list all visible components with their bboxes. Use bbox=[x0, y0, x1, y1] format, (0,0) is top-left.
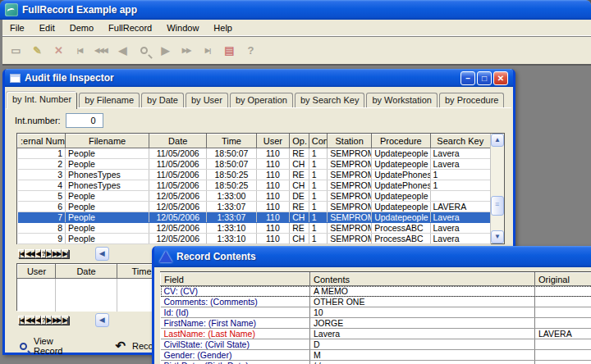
prior-record-icon[interactable]: ◀ bbox=[112, 40, 133, 61]
nav-last-button[interactable]: ▶| bbox=[62, 249, 68, 258]
column-header[interactable]: Con bbox=[309, 134, 327, 148]
help-icon[interactable]: ? bbox=[240, 40, 261, 61]
tab-by-operation[interactable]: by Operation bbox=[230, 93, 293, 107]
record-row[interactable]: Comments: (Comments)OTHER ONE bbox=[161, 297, 591, 307]
menu-item-edit[interactable]: Edit bbox=[32, 21, 62, 34]
cell-time: 1:33:07 bbox=[207, 212, 256, 223]
column-header[interactable]: Date bbox=[149, 134, 207, 148]
record-row[interactable]: Gender: (Gender)M bbox=[161, 350, 591, 361]
audit-titlebar[interactable]: Audit file Inspector – □ ✕ bbox=[5, 69, 513, 87]
scroll-left-icon[interactable]: ◀ bbox=[95, 247, 109, 261]
record-row[interactable]: CV: (CV)A MEMO bbox=[161, 286, 591, 297]
audit-row[interactable]: 1People11/05/200618:50:07110RE1SEMPROMUp… bbox=[18, 148, 491, 159]
menu-item-fullrecord[interactable]: FullRecord bbox=[101, 21, 159, 34]
next-record-icon[interactable]: ▶ bbox=[154, 40, 176, 61]
close-button[interactable]: ✕ bbox=[493, 71, 508, 85]
cell-field: CivilState: (Civil State) bbox=[161, 339, 310, 350]
navigator-buttons-2: |◀◀◀◀?▶▶▶▶| bbox=[18, 314, 69, 327]
scroll-down-icon[interactable]: ▼ bbox=[491, 230, 504, 243]
insert-icon[interactable]: ▭ bbox=[5, 40, 26, 61]
main-titlebar[interactable]: FullRecord Example app bbox=[0, 0, 591, 20]
nav-search-button[interactable]: ? bbox=[41, 249, 46, 258]
audit-row[interactable]: 8People12/05/20061:33:10110RE1SEMPROMPro… bbox=[18, 223, 491, 234]
column-header[interactable]: Procedure bbox=[372, 134, 430, 148]
column-header[interactable]: Op. bbox=[290, 134, 309, 148]
search-icon[interactable] bbox=[133, 40, 154, 61]
nav-next-button[interactable]: ▶ bbox=[46, 249, 52, 258]
cell-procedure: Updatepeople bbox=[372, 212, 430, 223]
cell-n: 7 bbox=[18, 212, 66, 223]
maximize-button[interactable]: □ bbox=[477, 71, 492, 85]
audit-row[interactable]: 3PhonesTypes11/05/200618:50:25110RE1SEMP… bbox=[18, 170, 491, 180]
audit-row[interactable]: 5People12/05/20061:33:00110DE1SEMPROMUpd… bbox=[18, 191, 491, 202]
record-titlebar[interactable]: Record Contents bbox=[154, 246, 591, 267]
view-record-button[interactable]: ViewRecord bbox=[16, 334, 66, 357]
cell-original bbox=[535, 361, 591, 364]
cell-date: 12/05/2006 bbox=[149, 212, 207, 223]
cell-original bbox=[535, 286, 591, 297]
delete-icon[interactable]: ✕ bbox=[48, 40, 69, 61]
audit-grid-vscrollbar[interactable]: ▲ ▼ bbox=[490, 134, 504, 243]
column-header[interactable]: User bbox=[256, 134, 290, 148]
record-row[interactable]: CivilState: (Civil State)D bbox=[161, 339, 591, 350]
cell-field: Id: (Id) bbox=[161, 307, 310, 318]
record-row[interactable]: BirthDate: (Birth Date)/ / bbox=[161, 361, 591, 364]
toolbar-glyph: ▭ bbox=[11, 44, 20, 57]
audit-row[interactable]: 7People12/05/20061:33:07110CH1SEMPROMUpd… bbox=[18, 212, 491, 223]
tab-by-workstation[interactable]: by Workstation bbox=[366, 93, 438, 107]
column-header[interactable]: Original bbox=[535, 273, 591, 286]
nav-prior-button[interactable]: ◀ bbox=[35, 249, 41, 258]
tab-by-int-number[interactable]: by Int. Number bbox=[7, 92, 77, 109]
column-header[interactable]: :ernal Numb bbox=[18, 134, 66, 148]
record-row[interactable]: FirstName: (First Name)JORGE bbox=[161, 318, 591, 329]
menu-item-window[interactable]: Window bbox=[159, 21, 206, 34]
scrollbar-thumb[interactable] bbox=[491, 196, 504, 216]
column-header[interactable]: Contents bbox=[310, 273, 535, 286]
audit-row[interactable]: 6People12/05/20061:33:07110RE1SEMPROMUpd… bbox=[18, 202, 491, 212]
fast-rewind-icon[interactable]: ◀◀◀ bbox=[90, 40, 112, 61]
audit-row[interactable]: 9People12/05/20061:33:10110CH1SEMPROMPro… bbox=[18, 234, 491, 244]
scroll-left-icon-2[interactable]: ◀ bbox=[95, 313, 109, 327]
nav-fast-forward-button[interactable]: ▶▶ bbox=[52, 316, 62, 325]
menu-item-help[interactable]: Help bbox=[206, 21, 240, 34]
menu-item-file[interactable]: File bbox=[2, 21, 32, 34]
cell-key: 1 bbox=[430, 170, 490, 180]
tab-by-search-key[interactable]: by Search Key bbox=[295, 93, 365, 107]
minimize-button[interactable]: – bbox=[460, 71, 475, 85]
menu-item-demo[interactable]: Demo bbox=[62, 21, 101, 34]
cell-station: SEMPROM bbox=[328, 223, 372, 234]
int-number-input[interactable] bbox=[66, 113, 103, 128]
audit-row[interactable]: 2People11/05/200618:50:07110CH1SEMPROMUp… bbox=[18, 159, 491, 170]
tab-by-procedure[interactable]: by Procedure bbox=[439, 93, 504, 107]
cell-filename: People bbox=[66, 148, 149, 159]
nav-next-button[interactable]: ▶ bbox=[46, 316, 52, 325]
column-header[interactable]: User bbox=[18, 265, 56, 279]
first-record-icon[interactable]: |◀ bbox=[69, 40, 90, 61]
column-header[interactable]: Field bbox=[161, 273, 310, 286]
toolbar-glyph: ▶| bbox=[205, 47, 210, 54]
tab-by-date[interactable]: by Date bbox=[141, 93, 184, 107]
tab-by-filename[interactable]: by Filename bbox=[79, 93, 140, 107]
nav-search-button[interactable]: ? bbox=[41, 316, 46, 325]
cell-filename: PhonesTypes bbox=[66, 170, 149, 180]
nav-prior-button[interactable]: ◀ bbox=[35, 316, 41, 325]
edit-icon[interactable]: ✎ bbox=[26, 40, 48, 61]
nav-fast-rewind-button[interactable]: ◀◀ bbox=[25, 316, 34, 325]
record-row[interactable]: Id: (Id)10 bbox=[161, 307, 591, 318]
last-record-icon[interactable]: ▶| bbox=[197, 40, 218, 61]
fast-forward-icon[interactable]: ▶▶ bbox=[176, 40, 197, 61]
column-header[interactable]: Date bbox=[56, 265, 117, 279]
nav-fast-forward-button[interactable]: ▶▶ bbox=[52, 249, 62, 258]
form-icon bbox=[10, 74, 21, 83]
column-header[interactable]: Search Key bbox=[430, 134, 490, 148]
column-header[interactable]: Filename bbox=[66, 134, 149, 148]
column-header[interactable]: Time bbox=[207, 134, 256, 148]
audit-row[interactable]: 4PhonesTypes11/05/200618:50:25110CH1SEMP… bbox=[18, 180, 491, 191]
scroll-up-icon[interactable]: ▲ bbox=[491, 134, 504, 147]
nav-fast-rewind-button[interactable]: ◀◀ bbox=[25, 249, 34, 258]
record-row[interactable]: LastName: (Last Name)LaveraLAVERA bbox=[161, 329, 591, 339]
nav-last-button[interactable]: ▶| bbox=[62, 316, 68, 325]
tab-by-user[interactable]: by User bbox=[186, 93, 228, 107]
post-icon[interactable]: ▤ bbox=[218, 40, 240, 61]
column-header[interactable]: Station bbox=[328, 134, 372, 148]
